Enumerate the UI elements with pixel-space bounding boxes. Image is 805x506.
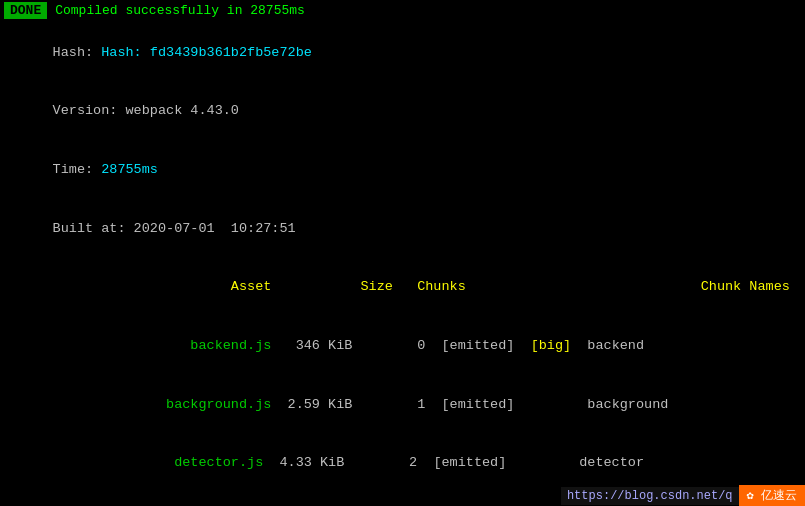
- table-header: Asset Size Chunks Chunk Names: [4, 258, 801, 317]
- top-bar: DONE Compiled successfully in 28755ms: [0, 0, 805, 21]
- terminal-content: Hash: Hash: fd3439b361b2fb5e72be Version…: [0, 21, 805, 506]
- bottom-bar: https://blog.csdn.net/q ✿ 亿速云: [561, 485, 805, 506]
- terminal-window: DONE Compiled successfully in 28755ms Ha…: [0, 0, 805, 506]
- table-row: detector.js 4.33 KiB 2 [emitted] detecto…: [4, 434, 801, 493]
- brand-badge: ✿ 亿速云: [739, 485, 805, 506]
- table-row: backend.js 346 KiB 0 [emitted] [big] bac…: [4, 316, 801, 375]
- built-line: Built at: 2020-07-01 10:27:51: [4, 199, 801, 258]
- hash-line: Hash: Hash: fd3439b361b2fb5e72be: [4, 23, 801, 82]
- table-row: background.js 2.59 KiB 1 [emitted] backg…: [4, 375, 801, 434]
- version-line: Version: webpack 4.43.0: [4, 82, 801, 141]
- success-message: Compiled successfully in 28755ms: [55, 3, 305, 18]
- csdn-link: https://blog.csdn.net/q: [561, 487, 739, 505]
- done-badge: DONE: [4, 2, 47, 19]
- time-line: Time: 28755ms: [4, 140, 801, 199]
